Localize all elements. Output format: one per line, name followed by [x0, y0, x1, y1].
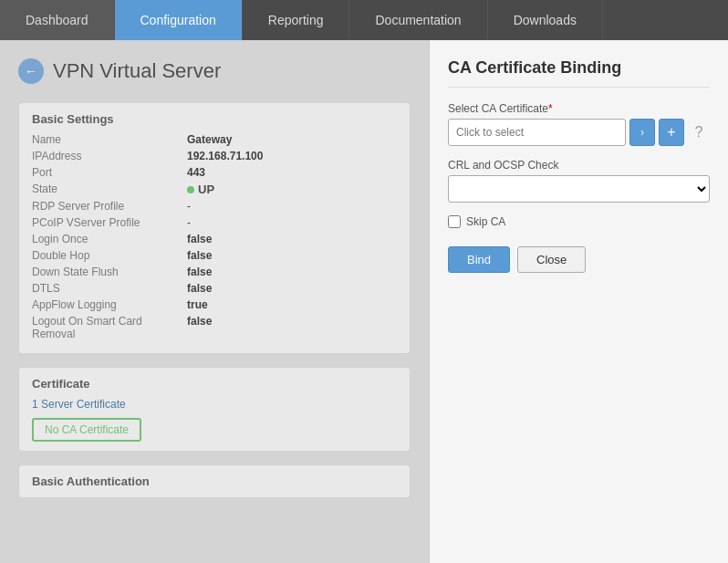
status-dot-up: [187, 186, 194, 193]
basic-auth-section: Basic Authentication: [18, 464, 411, 498]
back-button[interactable]: ←: [18, 58, 44, 84]
select-ca-label: Select CA Certificate*: [448, 102, 710, 115]
tab-dashboard[interactable]: Dashboard: [0, 0, 115, 40]
close-button[interactable]: Close: [517, 246, 586, 273]
server-cert-link[interactable]: 1 Server Certificate: [32, 398, 397, 411]
skip-ca-label[interactable]: Skip CA: [466, 215, 505, 228]
ca-cert-input[interactable]: [448, 119, 626, 146]
page-header: ← VPN Virtual Server: [18, 58, 411, 84]
dialog-title: CA Certificate Binding: [448, 58, 710, 88]
skip-ca-row: Skip CA: [448, 215, 710, 228]
ca-cert-add-button[interactable]: +: [659, 119, 684, 146]
ca-cert-arrow-button[interactable]: ›: [629, 119, 655, 146]
basic-settings-section: Basic Settings Name Gateway IPAddress 19…: [18, 102, 411, 354]
left-panel: ← VPN Virtual Server Basic Settings Name…: [0, 40, 429, 563]
field-down-state: Down State Flush false: [32, 266, 397, 278]
field-port: Port 443: [32, 166, 397, 179]
certificate-section-title: Certificate: [32, 377, 397, 391]
crl-ocsp-group: CRL and OCSP Check: [448, 159, 710, 203]
tab-configuration[interactable]: Configuration: [115, 0, 243, 40]
no-ca-cert-button[interactable]: No CA Certificate: [32, 418, 141, 442]
certificate-section: Certificate 1 Server Certificate No CA C…: [18, 367, 411, 452]
bind-button[interactable]: Bind: [448, 246, 510, 273]
crl-ocsp-select[interactable]: [448, 175, 710, 203]
field-rdp: RDP Server Profile -: [32, 200, 397, 213]
field-name: Name Gateway: [32, 133, 397, 146]
main-content: ← VPN Virtual Server Basic Settings Name…: [0, 40, 728, 563]
tab-downloads[interactable]: Downloads: [488, 0, 603, 40]
skip-ca-checkbox[interactable]: [448, 215, 461, 228]
field-pcoip: PCoIP VServer Profile -: [32, 216, 397, 229]
basic-settings-title: Basic Settings: [32, 112, 397, 126]
select-ca-group: Select CA Certificate* › + ?: [448, 102, 710, 146]
field-double-hop: Double Hop false: [32, 249, 397, 262]
tab-documentation[interactable]: Documentation: [349, 0, 487, 40]
field-logout-smartcard: Logout On Smart Card Removal false: [32, 315, 397, 340]
field-login-once: Login Once false: [32, 233, 397, 245]
tab-reporting[interactable]: Reporting: [243, 0, 350, 40]
field-ipaddress: IPAddress 192.168.71.100: [32, 150, 397, 162]
field-appflow: AppFlow Logging true: [32, 298, 397, 311]
crl-ocsp-label: CRL and OCSP Check: [448, 159, 710, 172]
field-state: State UP: [32, 182, 397, 196]
action-buttons: Bind Close: [448, 246, 710, 273]
field-dtls: DTLS false: [32, 282, 397, 295]
top-navigation: Dashboard Configuration Reporting Docume…: [0, 0, 728, 40]
ca-cert-dialog: CA Certificate Binding Select CA Certifi…: [429, 40, 728, 563]
select-ca-row: › + ?: [448, 119, 710, 146]
page-title: VPN Virtual Server: [53, 59, 221, 83]
basic-auth-title: Basic Authentication: [32, 474, 397, 488]
help-icon[interactable]: ?: [688, 121, 710, 143]
